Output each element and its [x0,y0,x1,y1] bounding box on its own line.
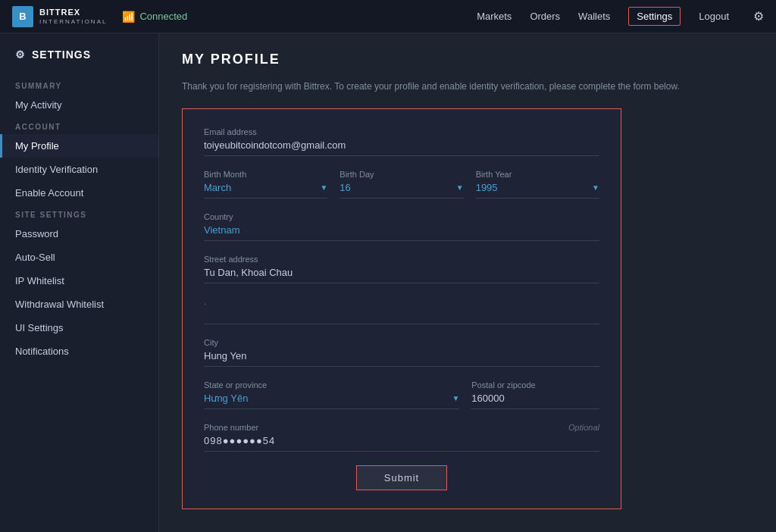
settings-gear-icon: ⚙ [15,49,26,61]
sidebar-header: ⚙ SETTINGS [0,49,158,76]
logo: B BITTREX INTERNATIONAL [12,6,107,27]
logout-link[interactable]: Logout [699,11,729,22]
summary-section-label: SUMMARY [0,76,158,93]
street-value: Tu Dan, Khoai Chau [204,267,599,283]
account-section-label: ACCOUNT [0,117,158,134]
postal-label: Postal or zipcode [471,380,599,390]
sidebar-item-ip-whitelist[interactable]: IP Whitelist [0,269,158,293]
page-title: MY PROFILE [182,52,753,67]
submit-button[interactable]: Submit [356,465,447,490]
state-postal-row: State or province Hưng Yên ▼ Postal or z… [204,380,599,423]
city-value: Hung Yen [204,350,599,367]
phone-optional-label: Optional [568,423,599,432]
street-label: Street address [204,255,599,264]
birth-day-label: Birth Day [340,170,463,179]
postal-value: 160000 [471,393,599,409]
birth-month-group: Birth Month March ▼ [204,170,327,199]
email-value: toiyeubitcoindotcom@gmail.com [204,139,599,156]
apt-input[interactable] [204,309,599,324]
wallets-link[interactable]: Wallets [578,11,610,22]
birth-year-group: Birth Year 1995 ▼ [476,170,599,199]
birth-year-select[interactable]: 1995 ▼ [476,182,599,199]
apt-group: . [204,297,599,324]
orders-link[interactable]: Orders [530,11,560,22]
birth-day-select[interactable]: 16 ▼ [340,182,463,199]
email-group: Email address toiyeubitcoindotcom@gmail.… [204,127,599,156]
gear-icon[interactable]: ⚙ [753,9,764,23]
markets-link[interactable]: Markets [477,11,512,22]
sidebar-item-withdrawal-whitelist[interactable]: Withdrawal Whitelist [0,293,158,316]
connected-label: Connected [139,11,187,22]
logo-icon: B [12,6,33,27]
birth-month-arrow-icon: ▼ [320,183,327,192]
country-select[interactable]: Vietnam [204,224,599,241]
submit-area: Submit [204,465,599,490]
birth-month-select[interactable]: March ▼ [204,182,327,199]
nav-links: Markets Orders Wallets Settings Logout ⚙ [477,7,764,26]
wifi-icon: 📶 [122,11,135,23]
street-group: Street address Tu Dan, Khoai Chau [204,255,599,283]
connection-status: 📶 Connected [122,11,187,23]
postal-group: Postal or zipcode 160000 [471,380,599,409]
birth-row: Birth Month March ▼ Birth Day 16 ▼ Birth… [204,170,599,212]
sidebar-item-auto-sell[interactable]: Auto-Sell [0,246,158,269]
sidebar: ⚙ SETTINGS SUMMARY My Activity ACCOUNT M… [0,33,159,532]
birth-year-label: Birth Year [476,170,599,179]
state-group: State or province Hưng Yên ▼ [204,380,459,409]
email-label: Email address [204,127,599,136]
sidebar-item-my-activity[interactable]: My Activity [0,93,158,117]
page-description: Thank you for registering with Bittrex. … [182,80,753,93]
sidebar-item-my-profile[interactable]: My Profile [0,134,158,158]
profile-form-card: Email address toiyeubitcoindotcom@gmail.… [182,108,621,509]
state-label: State or province [204,380,459,390]
state-select[interactable]: Hưng Yên ▼ [204,393,459,409]
birth-month-label: Birth Month [204,170,327,179]
country-group: Country Vietnam [204,212,599,241]
sidebar-item-password[interactable]: Password [0,222,158,246]
birth-year-arrow-icon: ▼ [592,183,599,192]
sidebar-item-notifications[interactable]: Notifications [0,340,158,363]
sidebar-item-enable-account[interactable]: Enable Account [0,181,158,205]
birth-day-group: Birth Day 16 ▼ [340,170,463,199]
phone-label: Phone number Optional [204,423,599,432]
city-group: City Hung Yen [204,338,599,367]
city-label: City [204,338,599,347]
settings-link[interactable]: Settings [628,7,681,26]
sidebar-item-identity-verification[interactable]: Identity Verification [0,158,158,181]
country-label: Country [204,212,599,221]
logo-text: BITTREX [39,8,107,17]
birth-day-arrow-icon: ▼ [456,183,464,192]
sidebar-item-ui-settings[interactable]: UI Settings [0,316,158,340]
top-navigation: B BITTREX INTERNATIONAL 📶 Connected Mark… [0,0,776,33]
main-content: MY PROFILE Thank you for registering wit… [159,33,776,532]
phone-group: Phone number Optional 098●●●●●●54 [204,423,599,452]
state-arrow-icon: ▼ [452,394,459,402]
apt-label: . [204,297,599,306]
site-settings-section-label: SITE SETTINGS [0,205,158,222]
logo-subtext: INTERNATIONAL [39,18,107,25]
phone-value: 098●●●●●●54 [204,435,599,452]
